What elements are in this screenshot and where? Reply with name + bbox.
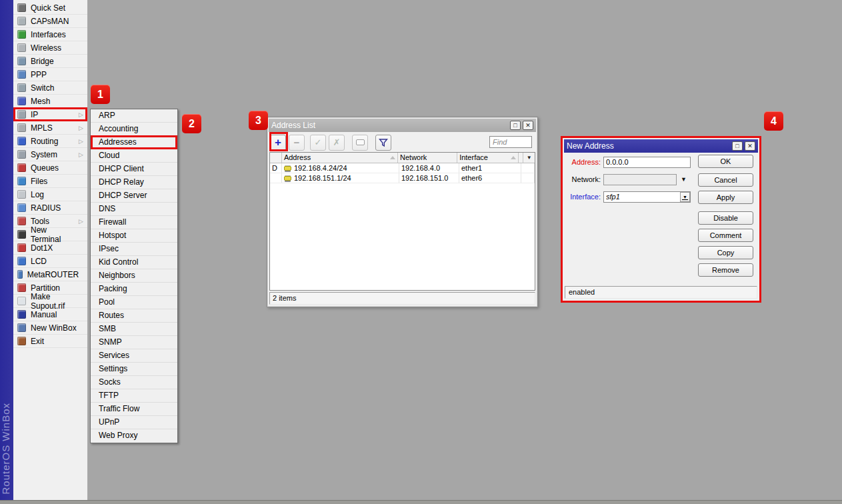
- column-header-address[interactable]: Address: [282, 153, 398, 163]
- sidebar-item-mpls[interactable]: MPLS ▷: [13, 121, 87, 135]
- sidebar-item-new-terminal[interactable]: New Terminal ▷: [13, 228, 87, 241]
- interface-dropdown-button[interactable]: ▼: [680, 192, 690, 202]
- submenu-item-packing[interactable]: Packing: [91, 283, 177, 296]
- sidebar-item-capsman[interactable]: CAPsMAN ▷: [13, 15, 87, 28]
- address-table: Address Network Interface ▼ D: [269, 152, 535, 291]
- submenu-item-neighbors[interactable]: Neighbors: [91, 269, 177, 283]
- submenu-item-arp[interactable]: ARP: [91, 109, 177, 123]
- submenu-item-dhcp-relay[interactable]: DHCP Relay: [91, 176, 177, 189]
- column-header-network[interactable]: Network: [398, 153, 457, 163]
- submenu-item-cloud[interactable]: Cloud: [91, 149, 177, 163]
- sidebar-item-queues[interactable]: Queues ▷: [13, 161, 87, 175]
- globe-icon: [17, 323, 26, 332]
- column-header-interface[interactable]: Interface: [457, 153, 519, 163]
- submenu-item-snmp[interactable]: SNMP: [91, 336, 177, 349]
- sidebar-item-switch[interactable]: Switch ▷: [13, 81, 87, 95]
- find-input[interactable]: [489, 136, 532, 148]
- interface-field[interactable]: [603, 191, 691, 203]
- sidebar-item-mesh[interactable]: Mesh ▷: [13, 95, 87, 108]
- submenu-item-tftp[interactable]: TFTP: [91, 389, 177, 403]
- sidebar-item-dot1x[interactable]: Dot1X ▷: [13, 241, 87, 255]
- sidebar-item-routing[interactable]: Routing ▷: [13, 135, 87, 148]
- add-address-button[interactable]: +: [270, 135, 286, 151]
- submenu-item-traffic-flow[interactable]: Traffic Flow: [91, 403, 177, 416]
- sidebar-item-ppp[interactable]: PPP ▷: [13, 68, 87, 81]
- sidebar-item-metarouter[interactable]: MetaROUTER ▷: [13, 268, 87, 281]
- sidebar-item-exit[interactable]: Exit ▷: [13, 335, 87, 348]
- network-field[interactable]: [603, 174, 677, 185]
- restore-icon[interactable]: □: [732, 141, 743, 151]
- sidebar-item-files[interactable]: Files ▷: [13, 175, 87, 188]
- close-icon[interactable]: ✕: [745, 141, 755, 151]
- sidebar-item-radius[interactable]: RADIUS ▷: [13, 201, 87, 215]
- address-icon: [284, 176, 291, 181]
- address-field[interactable]: [603, 157, 691, 168]
- submenu-item-settings[interactable]: Settings: [91, 363, 177, 376]
- table-row[interactable]: 192.168.151.1/24 192.168.151.0 ether6: [270, 173, 535, 183]
- step-badge-4: 4: [764, 111, 783, 131]
- sidebar-item-system[interactable]: System ▷: [13, 148, 87, 161]
- interface-cell: ether6: [461, 174, 482, 182]
- submenu-item-dns[interactable]: DNS: [91, 203, 177, 216]
- copy-button[interactable]: Copy: [698, 246, 753, 259]
- submenu-item-dhcp-server[interactable]: DHCP Server: [91, 189, 177, 203]
- remove-button[interactable]: Remove: [698, 263, 753, 277]
- submenu-item-web-proxy[interactable]: Web Proxy: [91, 429, 177, 443]
- sidebar-item-manual[interactable]: Manual ▷: [13, 308, 87, 321]
- dialog-button-label: Cancel: [714, 176, 737, 184]
- submenu-item-dhcp-client[interactable]: DHCP Client: [91, 163, 177, 176]
- sidebar-item-quick-set[interactable]: Quick Set ▷: [13, 1, 87, 15]
- submenu-item-label: ARP: [99, 111, 115, 120]
- filter-button[interactable]: [375, 135, 391, 151]
- restore-icon[interactable]: □: [510, 121, 521, 130]
- sidebar-item-label: Mesh: [31, 97, 79, 106]
- dropdown-arrow-icon[interactable]: ▼: [681, 176, 687, 183]
- column-header-flags[interactable]: [270, 153, 282, 163]
- sidebar-item-label: Files: [31, 177, 79, 186]
- submenu-item-ipsec[interactable]: IPsec: [91, 243, 177, 256]
- submenu-item-upnp[interactable]: UPnP: [91, 416, 177, 429]
- sidebar-item-lcd[interactable]: LCD ▷: [13, 255, 87, 268]
- bridge-icon: [17, 57, 26, 65]
- enable-button[interactable]: ✓: [310, 135, 326, 151]
- submenu-item-label: Packing: [99, 284, 127, 293]
- dot1x-icon: [17, 243, 26, 252]
- submenu-item-label: Web Proxy: [99, 431, 137, 440]
- submenu-item-label: Neighbors: [99, 271, 135, 280]
- disable-button[interactable]: Disable: [698, 211, 753, 225]
- submenu-item-accounting[interactable]: Accounting: [91, 123, 177, 136]
- sidebar-item-label: RADIUS: [31, 203, 79, 213]
- folder-icon: [17, 177, 26, 185]
- submenu-item-pool[interactable]: Pool: [91, 296, 177, 309]
- address-list-titlebar[interactable]: Address List □ ✕: [269, 119, 536, 132]
- sidebar-item-wireless[interactable]: Wireless ▷: [13, 41, 87, 55]
- submenu-item-services[interactable]: Services: [91, 349, 177, 363]
- submenu-item-firewall[interactable]: Firewall: [91, 216, 177, 229]
- close-icon[interactable]: ✕: [523, 121, 533, 130]
- sidebar-item-ip[interactable]: IP ▷: [13, 108, 87, 121]
- table-row[interactable]: D 192.168.4.24/24 192.168.4.0 ether1: [270, 163, 535, 173]
- submenu-item-addresses[interactable]: Addresses: [91, 136, 177, 149]
- apply-button[interactable]: Apply: [698, 191, 753, 204]
- dialog-button-label: Remove: [712, 266, 739, 274]
- cancel-button[interactable]: Cancel: [698, 173, 753, 187]
- disable-button[interactable]: ✗: [329, 135, 345, 151]
- submenu-item-smb[interactable]: SMB: [91, 323, 177, 336]
- new-address-titlebar[interactable]: New Address □ ✕: [564, 139, 758, 153]
- sidebar-item-make-supout[interactable]: Make Supout.rif ▷: [13, 295, 87, 308]
- remove-address-button[interactable]: −: [289, 135, 305, 151]
- sidebar-item-new-winbox[interactable]: New WinBox ▷: [13, 321, 87, 335]
- ok-button[interactable]: OK: [698, 155, 753, 168]
- column-chooser-button[interactable]: ▼: [523, 153, 535, 163]
- comment-button[interactable]: [352, 135, 368, 151]
- submenu-item-hotspot[interactable]: Hotspot: [91, 229, 177, 243]
- submenu-item-kid-control[interactable]: Kid Control: [91, 256, 177, 269]
- submenu-item-routes[interactable]: Routes: [91, 309, 177, 323]
- check-icon: ✓: [315, 137, 322, 147]
- submenu-item-socks[interactable]: Socks: [91, 376, 177, 389]
- sidebar-item-log[interactable]: Log ▷: [13, 188, 87, 201]
- sidebar-item-bridge[interactable]: Bridge ▷: [13, 55, 87, 68]
- comment-button[interactable]: Comment: [698, 229, 753, 242]
- bottom-edge: [0, 500, 842, 504]
- sidebar-item-interfaces[interactable]: Interfaces ▷: [13, 28, 87, 41]
